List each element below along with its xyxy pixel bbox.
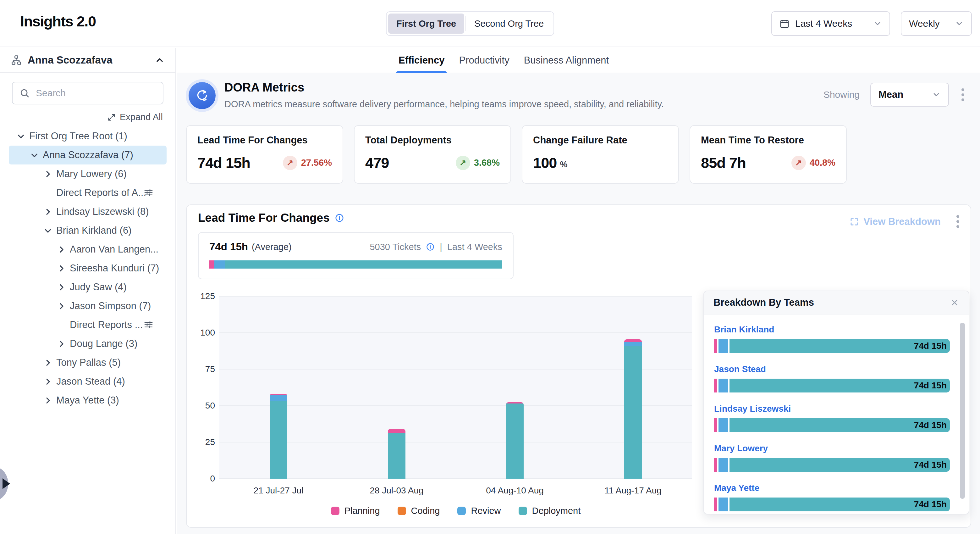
tree-item-label: Doug Lange (3) xyxy=(70,338,137,349)
chevron-right-icon[interactable] xyxy=(57,264,70,273)
breakdown-bar-segment-planning xyxy=(714,379,717,392)
tree-item-doug-lange-3[interactable]: Doug Lange (3) xyxy=(0,334,175,353)
breakdown-value: 74d 15h xyxy=(914,499,947,510)
granularity-select[interactable]: Weekly xyxy=(901,11,972,36)
toggle-first-org-tree[interactable]: First Org Tree xyxy=(388,14,464,33)
tree-item-judy-saw-4[interactable]: Judy Saw (4) xyxy=(0,278,175,296)
chevron-right-icon[interactable] xyxy=(57,302,70,311)
tree-item-mary-lowery-6[interactable]: Mary Lowery (6) xyxy=(0,164,175,183)
dora-more-menu-button[interactable] xyxy=(959,86,966,103)
metric-card-mean-time-to-restore: Mean Time To Restore85d 7h↗40.8% xyxy=(690,125,847,184)
breakdown-team-link[interactable]: Jason Stead xyxy=(714,364,950,374)
legend-label: Review xyxy=(471,506,501,516)
legend-item-planning[interactable]: Planning xyxy=(331,506,380,516)
average-period: Last 4 Weeks xyxy=(447,242,502,252)
aggregation-value: Mean xyxy=(878,89,932,100)
legend-item-coding[interactable]: Coding xyxy=(398,506,440,516)
tree-item-first-org-tree-root-1[interactable]: First Org Tree Root (1) xyxy=(0,127,175,146)
date-range-value: Last 4 Weeks xyxy=(795,18,852,29)
chart-bar-04-aug-10-aug[interactable] xyxy=(506,402,523,479)
chart-bar-28-jul-03-aug[interactable] xyxy=(388,429,406,479)
dora-title: DORA Metrics xyxy=(224,81,304,94)
legend-item-deployment[interactable]: Deployment xyxy=(519,506,581,516)
chart-x-axis: 21 Jul-27 Jul28 Jul-03 Aug04 Aug-10 Aug1… xyxy=(220,486,692,498)
gridline xyxy=(220,405,692,406)
chevron-up-icon[interactable] xyxy=(154,55,165,65)
tickets-count: 5030 Tickets xyxy=(370,242,421,252)
tree-item-label: Lindsay Liszewski (8) xyxy=(56,206,149,217)
breakdown-row-maya-yette: Maya Yette74d 15h xyxy=(714,483,950,512)
bar-segment-deployment xyxy=(388,433,406,479)
filter-sliders-icon[interactable] xyxy=(144,320,153,330)
toggle-second-org-tree[interactable]: Second Org Tree xyxy=(466,14,552,33)
tree-item-anna-scozzafava-7[interactable]: Anna Scozzafava (7) xyxy=(9,146,167,164)
expand-all-button[interactable]: Expand All xyxy=(0,112,163,122)
chevron-right-icon[interactable] xyxy=(57,340,70,348)
chevron-right-icon[interactable] xyxy=(44,396,56,405)
tree-item-jason-stead-4[interactable]: Jason Stead (4) xyxy=(0,372,175,391)
chevron-down-icon[interactable] xyxy=(44,226,56,235)
breakdown-bar-segment-planning xyxy=(714,497,717,512)
tree-item-direct-reports[interactable]: Direct Reports ... xyxy=(0,316,175,334)
tree-item-direct-reports-of-a[interactable]: Direct Reports of A... xyxy=(0,183,175,202)
tree-item-label: Direct Reports ... xyxy=(70,319,143,330)
tree-item-sireesha-kunduri-7[interactable]: Sireesha Kunduri (7) xyxy=(0,259,175,278)
sidebar-search xyxy=(12,82,164,104)
chevron-right-icon[interactable] xyxy=(57,283,70,292)
close-icon[interactable] xyxy=(950,298,959,307)
breakdown-stacked-bar: 74d 15h xyxy=(714,418,950,432)
y-tick-label: 50 xyxy=(205,401,215,411)
chevron-down-icon xyxy=(955,19,964,28)
date-range-select[interactable]: Last 4 Weeks xyxy=(771,11,890,36)
breakdown-bar-segment-planning xyxy=(714,339,717,353)
average-bar-segment-review xyxy=(214,260,225,269)
gridline xyxy=(220,296,692,296)
lead-time-more-menu-button[interactable] xyxy=(955,213,961,230)
chevron-right-icon[interactable] xyxy=(44,378,56,386)
breakdown-row-mary-lowery: Mary Lowery74d 15h xyxy=(714,443,950,472)
tab-efficiency[interactable]: Efficiency xyxy=(399,48,444,73)
legend-swatch-deployment xyxy=(519,507,527,515)
tree-item-tony-pallas-5[interactable]: Tony Pallas (5) xyxy=(0,353,175,372)
tree-item-aaron-van-langen[interactable]: Aaron Van Langen... xyxy=(0,240,175,259)
filter-sliders-icon[interactable] xyxy=(144,188,153,198)
chevron-right-icon[interactable] xyxy=(44,359,56,367)
chevron-down-icon[interactable] xyxy=(30,151,43,159)
sidebar-user-row[interactable]: Anna Scozzafava xyxy=(0,48,175,73)
view-breakdown-button[interactable]: View Breakdown xyxy=(850,216,941,227)
chevron-down-icon[interactable] xyxy=(17,132,29,140)
breakdown-team-link[interactable]: Mary Lowery xyxy=(714,443,950,453)
chevron-right-icon[interactable] xyxy=(57,245,70,254)
bar-segment-review xyxy=(624,342,642,346)
breakdown-team-link[interactable]: Lindsay Liszewski xyxy=(714,404,950,414)
tab-business-alignment[interactable]: Business Alignment xyxy=(524,48,609,73)
breakdown-team-link[interactable]: Maya Yette xyxy=(714,483,950,493)
chevron-right-icon[interactable] xyxy=(44,207,56,216)
tree-item-label: Maya Yette (3) xyxy=(56,395,119,406)
tree-item-maya-yette-3[interactable]: Maya Yette (3) xyxy=(0,391,175,410)
gridline xyxy=(220,442,692,443)
chart-bar-21-jul-27-jul[interactable] xyxy=(270,394,287,479)
tree-item-label: First Org Tree Root (1) xyxy=(29,131,127,142)
legend-swatch-planning xyxy=(331,507,339,515)
tab-productivity[interactable]: Productivity xyxy=(459,48,509,73)
chart-bar-11-aug-17-aug[interactable] xyxy=(624,340,642,479)
legend-item-review[interactable]: Review xyxy=(457,506,501,516)
tree-item-lindsay-liszewski-8[interactable]: Lindsay Liszewski (8) xyxy=(0,202,175,221)
tree-item-brian-kirkland-6[interactable]: Brian Kirkland (6) xyxy=(0,221,175,240)
chevron-down-icon xyxy=(932,90,941,99)
y-tick-label: 100 xyxy=(200,328,215,338)
tree-item-jason-simpson-7[interactable]: Jason Simpson (7) xyxy=(0,296,175,316)
average-summary-card: 74d 15h (Average) 5030 Tickets | Last 4 … xyxy=(198,232,514,279)
tree-item-label: Jason Simpson (7) xyxy=(70,300,151,312)
breakdown-team-link[interactable]: Brian Kirkland xyxy=(714,325,950,335)
metric-delta-value: 27.56% xyxy=(301,158,332,168)
org-tree: First Org Tree Root (1)Anna Scozzafava (… xyxy=(0,127,175,410)
info-icon[interactable] xyxy=(335,213,344,223)
scrollbar-thumb[interactable] xyxy=(960,323,965,499)
chevron-right-icon[interactable] xyxy=(44,170,56,178)
aggregation-select[interactable]: Mean xyxy=(870,83,949,107)
search-input[interactable] xyxy=(35,88,158,99)
breakdown-bar-segment-review xyxy=(719,458,728,472)
info-icon[interactable] xyxy=(426,242,435,251)
